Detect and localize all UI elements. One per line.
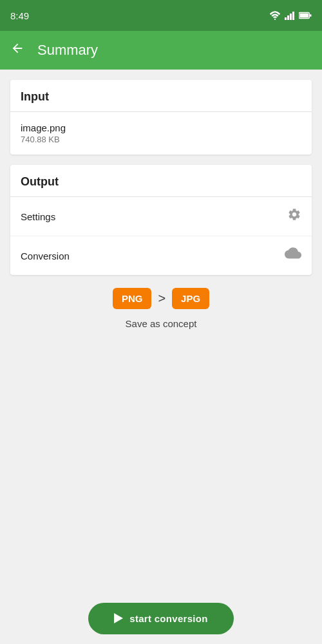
status-time: 8:49 <box>10 10 29 21</box>
input-header-label: Input <box>21 90 49 103</box>
output-card-header: Output <box>10 165 312 197</box>
input-file-info: image.png 740.88 KB <box>21 122 66 144</box>
svg-rect-1 <box>285 17 287 20</box>
input-card: Input image.png 740.88 KB <box>10 80 312 155</box>
settings-row[interactable]: Settings <box>10 197 312 236</box>
conversion-label: Conversion <box>21 251 70 261</box>
svg-rect-4 <box>292 12 294 20</box>
bottom-bar: start conversion <box>0 592 322 644</box>
signal-icon <box>285 11 295 20</box>
svg-rect-3 <box>290 14 292 20</box>
output-header-label: Output <box>21 175 59 188</box>
back-button[interactable] <box>10 41 24 59</box>
svg-point-0 <box>274 19 276 20</box>
main-content: Input image.png 740.88 KB Output Setting… <box>0 70 322 592</box>
status-icons <box>269 11 312 20</box>
input-file-size: 740.88 KB <box>21 135 66 144</box>
app-bar-title: Summary <box>37 42 98 59</box>
save-concept-label[interactable]: Save as concept <box>126 318 197 329</box>
from-format-badge: PNG <box>113 288 152 309</box>
input-file-row: image.png 740.88 KB <box>10 112 312 155</box>
start-conversion-label: start conversion <box>129 613 208 624</box>
status-bar: 8:49 <box>0 0 322 31</box>
settings-icon <box>287 207 301 225</box>
app-bar: Summary <box>0 31 322 70</box>
conversion-row[interactable]: Conversion <box>10 236 312 275</box>
svg-rect-2 <box>287 15 289 20</box>
battery-icon <box>299 12 312 19</box>
conversion-area: PNG > JPG Save as concept <box>10 288 312 329</box>
wifi-icon <box>269 11 281 20</box>
play-icon <box>114 613 123 623</box>
badges-row: PNG > JPG <box>113 288 209 309</box>
cloud-icon <box>285 247 301 265</box>
start-conversion-button[interactable]: start conversion <box>88 603 234 634</box>
settings-label: Settings <box>21 211 55 222</box>
input-file-name: image.png <box>21 122 66 133</box>
svg-rect-6 <box>299 14 308 17</box>
output-card: Output Settings Conversion <box>10 165 312 275</box>
svg-rect-7 <box>310 14 312 17</box>
conversion-arrow: > <box>158 291 166 306</box>
input-card-header: Input <box>10 80 312 112</box>
to-format-badge: JPG <box>172 288 209 309</box>
